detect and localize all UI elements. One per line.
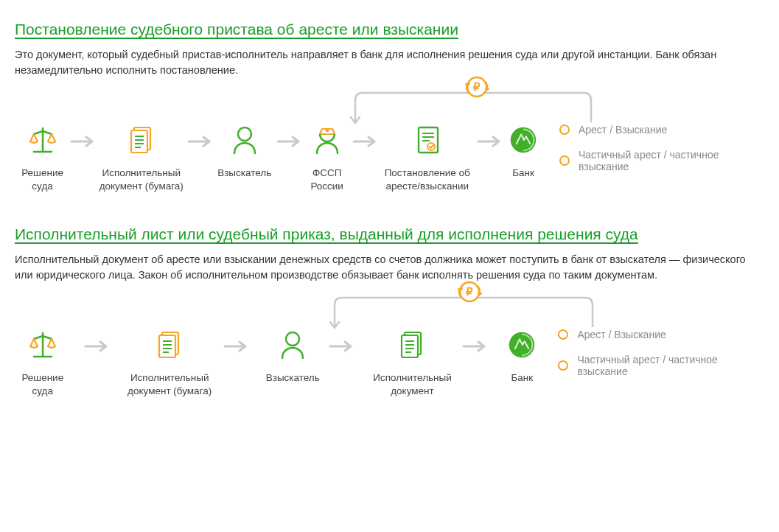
step-label: ФССП России	[301, 167, 352, 192]
bank-icon	[506, 122, 540, 158]
bullet-icon	[559, 155, 570, 166]
step-label: Банк	[512, 167, 534, 180]
step-label: Решение суда	[15, 167, 70, 192]
step-exec-doc-paper: Исполнительный документ (бумага)	[116, 327, 223, 397]
outcome-label: Частичный арест / частичное взыскание	[579, 149, 764, 172]
outcome-label: Арест / Взыскание	[577, 329, 666, 340]
outcomes-list: Арест / Взыскание Частичный арест / част…	[559, 124, 764, 186]
outcome-label: Частичный арест / частичное взыскание	[577, 354, 764, 377]
section-1: Постановление судебного пристава об арес…	[15, 21, 764, 192]
arrow-icon	[276, 136, 301, 147]
order-doc-icon	[411, 122, 444, 158]
outcome-item: Арест / Взыскание	[559, 124, 764, 136]
step-court-decision: Решение суда	[15, 327, 71, 397]
outcome-item: Арест / Взыскание	[558, 329, 764, 340]
ruble-loop-icon	[464, 74, 489, 99]
step-exec-doc: Исполнительный документ	[363, 327, 463, 397]
step-label: Постановление об аресте/взыскании	[377, 167, 477, 192]
step-label: Исполнительный документ (бумага)	[95, 167, 187, 192]
step-fssp: ФССП России	[301, 122, 352, 192]
section-desc: Исполнительный документ об аресте или вз…	[15, 252, 764, 283]
outcomes-list: Арест / Взыскание Частичный арест / част…	[558, 329, 764, 391]
arrow-icon	[329, 340, 354, 352]
bullet-icon	[558, 329, 568, 340]
arrow-icon	[352, 136, 377, 147]
step-court-decision: Решение суда	[15, 122, 70, 192]
bullet-icon	[558, 360, 568, 371]
step-label: Решение суда	[15, 371, 71, 397]
section-2: Исполнительный лист или судебный приказ,…	[15, 225, 764, 397]
bullet-icon	[559, 125, 570, 135]
step-exec-doc-paper: Исполнительный документ (бумага)	[95, 122, 187, 192]
person-icon	[275, 327, 310, 363]
section-title[interactable]: Постановление судебного пристава об арес…	[15, 21, 764, 38]
documents-icon	[153, 327, 186, 363]
outcome-label: Арест / Взыскание	[579, 124, 667, 136]
step-label: Взыскатель	[217, 167, 271, 180]
section-desc: Это документ, который судебный пристав-и…	[15, 47, 764, 78]
arrow-icon	[84, 340, 109, 352]
outcome-item: Частичный арест / частичное взыскание	[559, 149, 764, 172]
bank-icon	[505, 327, 539, 363]
step-bank: Банк	[500, 327, 543, 385]
arrow-icon	[462, 340, 487, 352]
step-arrest-order: Постановление об аресте/взыскании	[377, 122, 477, 192]
section-title[interactable]: Исполнительный лист или судебный приказ,…	[15, 225, 764, 243]
scales-icon	[25, 122, 60, 158]
ruble-loop-icon	[457, 279, 482, 304]
arrow-icon	[477, 136, 502, 147]
flow-diagram-1: Решение суда Исполнительный документ (бу…	[15, 122, 764, 192]
step-label: Исполнительный документ	[363, 371, 463, 397]
step-label: Взыскатель	[266, 371, 320, 385]
scales-icon	[25, 327, 60, 363]
outcome-item: Частичный арест / частичное взыскание	[558, 354, 764, 377]
step-bank: Банк	[502, 122, 545, 180]
flow-diagram-2: Решение суда Исполнительный документ (бу…	[15, 327, 764, 397]
step-claimant: Взыскатель	[257, 327, 329, 385]
documents-icon	[125, 122, 158, 158]
step-claimant: Взыскатель	[212, 122, 276, 180]
arrow-icon	[223, 340, 248, 352]
person-icon	[227, 122, 262, 158]
arrow-icon	[70, 136, 95, 147]
step-label: Исполнительный документ (бумага)	[116, 371, 223, 397]
arrow-icon	[187, 136, 212, 147]
officer-icon	[310, 122, 345, 158]
step-label: Банк	[511, 371, 533, 385]
documents-icon	[396, 327, 428, 363]
